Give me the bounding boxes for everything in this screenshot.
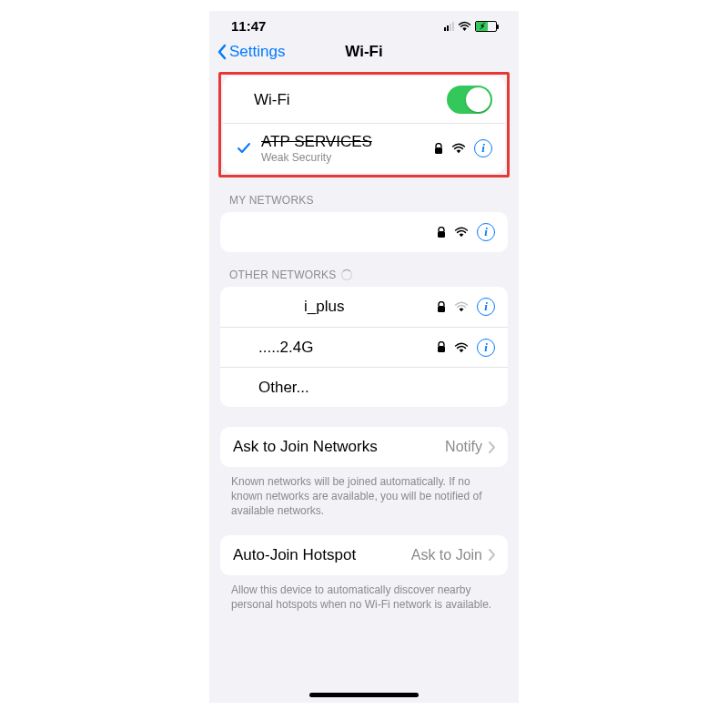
wifi-toggle-row: Wi-Fi bbox=[223, 76, 505, 123]
info-icon[interactable]: i bbox=[477, 298, 495, 316]
phone-frame: 11:47 ⚡︎ Settings Wi-Fi bbox=[209, 11, 519, 703]
ask-to-join-row[interactable]: Ask to Join Networks Notify bbox=[220, 427, 508, 467]
svg-rect-0 bbox=[435, 147, 442, 154]
toggle-knob bbox=[466, 87, 490, 112]
info-icon[interactable]: i bbox=[477, 223, 495, 241]
lock-icon bbox=[434, 143, 443, 155]
other-label: Other... bbox=[258, 379, 309, 397]
connected-network-name: ATP SERVICES bbox=[261, 133, 372, 151]
other-network-name: .....2.4G bbox=[258, 339, 313, 357]
wifi-signal-icon bbox=[451, 143, 466, 154]
other-networks-header-label: OTHER NETWORKS bbox=[229, 269, 336, 281]
other-network-name: i_plus bbox=[258, 298, 344, 316]
back-button[interactable]: Settings bbox=[217, 43, 285, 61]
home-indicator[interactable] bbox=[309, 693, 419, 697]
chevron-right-icon bbox=[488, 441, 495, 453]
other-network-other-row[interactable]: Other... bbox=[220, 367, 508, 407]
auto-join-row[interactable]: Auto-Join Hotspot Ask to Join bbox=[220, 535, 508, 575]
chevron-right-icon bbox=[488, 549, 495, 561]
other-networks-header: OTHER NETWORKS bbox=[209, 252, 519, 287]
battery-icon: ⚡︎ bbox=[475, 21, 497, 32]
my-networks-header: MY NETWORKS bbox=[209, 177, 519, 212]
spinner-icon bbox=[341, 269, 352, 280]
wifi-toggle[interactable] bbox=[447, 86, 492, 114]
wifi-signal-icon bbox=[454, 227, 469, 238]
auto-join-footer: Allow this device to automatically disco… bbox=[209, 575, 519, 612]
info-icon[interactable]: i bbox=[477, 339, 495, 357]
page-title: Wi-Fi bbox=[345, 43, 382, 61]
auto-join-value: Ask to Join bbox=[411, 547, 482, 563]
wifi-signal-icon bbox=[454, 342, 469, 353]
nav-bar: Settings Wi-Fi bbox=[209, 35, 519, 72]
svg-rect-3 bbox=[438, 346, 445, 352]
other-network-row[interactable]: .....2.4G i bbox=[220, 327, 508, 367]
checkmark-icon bbox=[236, 142, 252, 155]
wifi-icon bbox=[458, 21, 471, 32]
svg-rect-1 bbox=[438, 231, 445, 238]
status-bar: 11:47 ⚡︎ bbox=[209, 11, 519, 35]
connected-network-row[interactable]: ATP SERVICES Weak Security i bbox=[223, 123, 505, 173]
highlight-annotation: Wi-Fi ATP SERVICES Weak Security bbox=[218, 72, 510, 177]
auto-join-label: Auto-Join Hotspot bbox=[233, 546, 356, 564]
lock-icon bbox=[437, 301, 446, 313]
ask-to-join-footer: Known networks will be joined automatica… bbox=[209, 467, 519, 519]
connected-network-subtitle: Weak Security bbox=[261, 151, 372, 164]
lock-icon bbox=[437, 227, 446, 238]
back-label: Settings bbox=[229, 43, 285, 61]
cellular-icon bbox=[444, 22, 454, 31]
lock-icon bbox=[437, 341, 446, 353]
status-time: 11:47 bbox=[231, 18, 266, 34]
ask-to-join-value: Notify bbox=[445, 439, 482, 455]
ask-to-join-label: Ask to Join Networks bbox=[233, 438, 378, 456]
info-icon[interactable]: i bbox=[474, 139, 492, 157]
wifi-toggle-label: Wi-Fi bbox=[254, 91, 290, 109]
svg-rect-2 bbox=[438, 306, 445, 312]
my-network-row[interactable]: i bbox=[220, 212, 508, 252]
chevron-left-icon bbox=[217, 44, 228, 60]
wifi-signal-icon bbox=[454, 301, 469, 312]
other-network-row[interactable]: i_plus i bbox=[220, 287, 508, 327]
status-icons: ⚡︎ bbox=[444, 21, 497, 32]
